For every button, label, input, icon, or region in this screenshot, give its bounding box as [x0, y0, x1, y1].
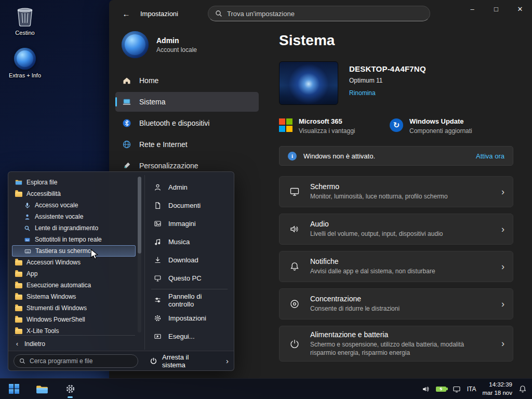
volume-icon[interactable]: [421, 385, 430, 393]
start-right-label: Questo PC: [168, 274, 202, 282]
folder-icon: [15, 283, 22, 288]
start-menu-scrollbar[interactable]: [138, 177, 141, 332]
promo-title: Windows Update: [409, 117, 472, 125]
card-title: Schermo: [310, 182, 448, 191]
windows-logo-icon: [9, 384, 19, 394]
start-item-esplora-file[interactable]: Esplora file: [12, 177, 136, 188]
start-right-musica[interactable]: Musica: [149, 233, 230, 251]
start-right-questo-pc[interactable]: Questo PC: [149, 269, 230, 287]
system-monitor-icon: [122, 97, 131, 107]
start-item-app[interactable]: App: [12, 268, 136, 280]
globe-icon: [122, 140, 131, 149]
folder-icon: [15, 272, 22, 277]
narrator-icon: [24, 214, 31, 220]
start-item-label: Esplora file: [26, 179, 57, 186]
file-explorer-icon: [15, 179, 22, 185]
start-item-windows-powershell[interactable]: Windows PowerShell: [12, 314, 136, 325]
start-item-label: Esecuzione automatica: [26, 282, 91, 289]
back-chevron-icon: ‹: [16, 340, 18, 348]
start-item-sottotitoli[interactable]: Sottotitoli in tempo reale: [12, 234, 136, 245]
card-alimentazione[interactable]: Alimentazione e batteria Schermo e sospe…: [279, 326, 513, 362]
start-item-sistema-windows[interactable]: Sistema Windows: [12, 291, 136, 302]
settings-search-input[interactable]: [227, 10, 423, 18]
card-audio[interactable]: Audio Livelli del volume, output, input,…: [279, 214, 513, 245]
promo-subtitle: Componenti aggiornati: [409, 127, 472, 135]
notification-bell-icon[interactable]: [518, 385, 527, 393]
chevron-right-icon: ›: [501, 261, 504, 272]
scrollbar-thumb[interactable]: [138, 177, 141, 254]
start-item-tastiera-su-schermo[interactable]: Tastiera su schermo: [12, 245, 136, 257]
windows-update-promo[interactable]: ↻ Windows Update Componenti aggiornati: [390, 117, 500, 135]
start-item-accesso-vocale[interactable]: Accesso vocale: [12, 200, 136, 211]
settings-search-box[interactable]: [208, 6, 430, 21]
settings-content: Sistema DESKTOP-4A4F7NQ Optimum 11 Rinom…: [265, 27, 532, 378]
start-right-impostazioni[interactable]: Impostazioni: [149, 309, 230, 327]
start-right-pannello-di-controllo[interactable]: Pannello di controllo: [149, 291, 230, 309]
taskbar-clock[interactable]: 14:32:39 mar 18 nov: [482, 381, 512, 397]
page-title: Sistema: [279, 32, 513, 49]
taskbar-settings[interactable]: [59, 380, 82, 398]
sidebar-item-label: Bluetooth e dispositivi: [139, 119, 209, 127]
shutdown-chevron-icon[interactable]: ›: [226, 356, 229, 365]
card-concentrazione[interactable]: Concentrazione Consente di ridurre le di…: [279, 288, 513, 320]
start-item-esecuzione-automatica[interactable]: Esecuzione automatica: [12, 280, 136, 291]
rename-link[interactable]: Rinomina: [349, 89, 426, 97]
taskbar-file-explorer[interactable]: [31, 380, 54, 398]
start-item-lente-ingrandimento[interactable]: Lente di ingrandimento: [12, 222, 136, 234]
minimize-button[interactable]: –: [460, 0, 484, 18]
sidebar-item-sistema[interactable]: Sistema: [115, 92, 259, 112]
microsoft-365-promo[interactable]: Microsoft 365 Visualizza i vantaggi: [279, 117, 390, 135]
activate-now-link[interactable]: Attiva ora: [476, 152, 504, 160]
start-item-label: App: [26, 270, 37, 277]
battery-icon[interactable]: [436, 387, 446, 392]
start-item-strumenti-di-windows[interactable]: Strumenti di Windows: [12, 302, 136, 314]
start-item-label: Assistente vocale: [35, 213, 83, 220]
card-title: Concentrazione: [310, 295, 400, 303]
card-notifiche[interactable]: Notifiche Avvisi dalle app e dal sistema…: [279, 251, 513, 282]
start-right-documenti[interactable]: Documenti: [149, 196, 230, 215]
info-icon: i: [288, 152, 297, 161]
account-block[interactable]: Admin Account locale: [109, 27, 265, 68]
desktop-icon-recycle-bin[interactable]: Cestino: [3, 4, 47, 36]
document-icon: [154, 202, 162, 209]
back-button[interactable]: ←: [117, 7, 135, 20]
start-right-esegui[interactable]: Esegui...: [149, 327, 230, 345]
settings-titlebar[interactable]: ← Impostazioni – □ ✕: [109, 0, 532, 27]
start-item-accessibilita[interactable]: Accessibilità: [12, 188, 136, 200]
language-indicator[interactable]: ITA: [467, 385, 476, 393]
back-menu-item[interactable]: ‹ Indietro: [12, 338, 136, 350]
start-item-accessori-windows[interactable]: Accessori Windows: [12, 257, 136, 268]
bell-icon: [289, 261, 300, 272]
close-button[interactable]: ✕: [508, 0, 532, 18]
power-icon: [289, 338, 300, 350]
start-item-label: X-Lite Tools: [26, 327, 59, 335]
sidebar-item-home[interactable]: Home: [115, 71, 259, 90]
start-right-download[interactable]: Download: [149, 251, 230, 269]
maximize-button[interactable]: □: [484, 0, 508, 18]
sidebar-item-bluetooth[interactable]: Bluetooth e dispositivi: [115, 113, 259, 133]
power-icon: [150, 357, 157, 365]
run-icon: [154, 332, 162, 340]
card-subtitle: Monitor, luminosità, luce notturna, prof…: [310, 192, 448, 201]
user-icon: [154, 183, 162, 191]
start-search-box[interactable]: [14, 354, 138, 368]
start-button[interactable]: [3, 380, 25, 398]
start-item-assistente-vocale[interactable]: Assistente vocale: [12, 211, 136, 222]
sidebar-item-label: Personalizzazione: [139, 162, 198, 170]
start-right-admin[interactable]: Admin: [149, 178, 230, 196]
file-explorer-icon: [36, 384, 48, 394]
network-icon[interactable]: [453, 385, 461, 393]
start-right-label: Immagini: [168, 220, 196, 228]
search-icon: [215, 10, 222, 17]
desktop-icon-extras-info[interactable]: Extras + Info: [3, 47, 47, 78]
shutdown-button[interactable]: Arresta il sistema ›: [150, 353, 229, 369]
start-search-input[interactable]: [30, 357, 132, 365]
card-schermo[interactable]: Schermo Monitor, luminosità, luce nottur…: [279, 176, 513, 207]
start-right-label: Download: [168, 256, 198, 264]
start-right-label: Musica: [168, 238, 190, 246]
sidebar-item-rete[interactable]: Rete e Internet: [115, 135, 259, 154]
windows-update-icon: ↻: [390, 118, 403, 132]
start-right-immagini[interactable]: Immagini: [149, 215, 230, 233]
captions-icon: [24, 236, 31, 243]
home-icon: [122, 76, 131, 85]
